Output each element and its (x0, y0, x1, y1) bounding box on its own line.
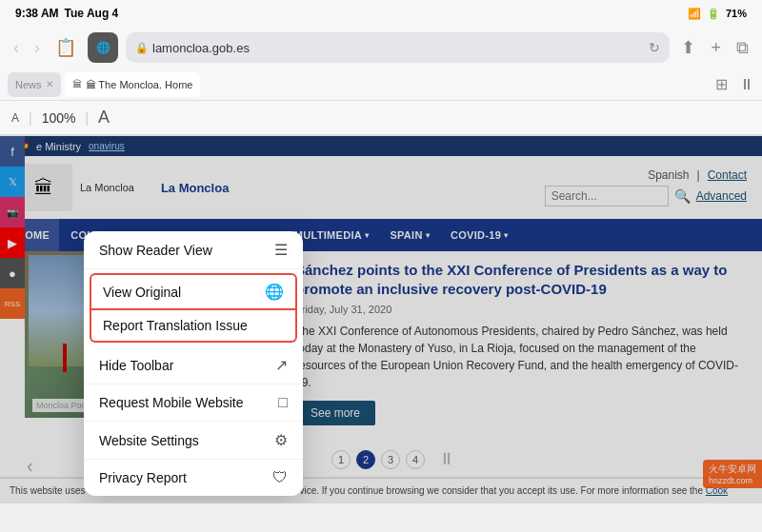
website-settings-icon: ⚙ (274, 431, 288, 449)
font-large-a[interactable]: A (98, 108, 110, 128)
browser-toolbar: ‹ › 📋 🌐 🔒 lamoncloa.gob.es ↻ ⬆ + ⧉ (0, 27, 762, 69)
forward-button[interactable]: › (30, 34, 44, 62)
share-button[interactable]: ⬆ (677, 33, 699, 62)
privacy-report-icon: 🛡 (272, 469, 288, 486)
translate-button[interactable]: 🌐 (88, 32, 118, 63)
reader-view-icon: ☰ (274, 241, 288, 259)
dropdown-menu: Show Reader View ☰ View Original 🌐 Repor… (84, 231, 303, 496)
tabs-bar: News ✕ 🏛 🏛 The Moncloa. Home ⊞ ⏸ (0, 69, 762, 101)
battery-icon: 🔋 (707, 8, 720, 20)
font-percent: 100% (42, 110, 76, 126)
grid-icon[interactable]: ⊞ (715, 75, 728, 93)
website-container: 🇪🇸 e Ministry onavirus 🏛 La Moncloa La M… (0, 136, 762, 503)
request-mobile-item[interactable]: Request Mobile Website □ (84, 384, 303, 422)
tab-news-label: News (15, 79, 42, 90)
browser-chrome: ‹ › 📋 🌐 🔒 lamoncloa.gob.es ↻ ⬆ + ⧉ News … (0, 27, 762, 136)
url-text: lamoncloa.gob.es (152, 41, 250, 55)
privacy-report-label: Privacy Report (99, 470, 187, 485)
report-issue-item[interactable]: Report Translation Issue (90, 310, 297, 343)
website-settings-item[interactable]: Website Settings ⚙ (84, 422, 303, 460)
show-reader-view-item[interactable]: Show Reader View ☰ (84, 231, 303, 269)
url-bar[interactable]: 🔒 lamoncloa.gob.es ↻ (126, 32, 670, 63)
battery-pct: 71% (726, 8, 747, 19)
back-button[interactable]: ‹ (10, 34, 23, 62)
tab-moncloa-favicon: 🏛 (72, 79, 82, 89)
request-mobile-icon: □ (278, 394, 288, 411)
status-icons: 📶 🔋 71% (688, 8, 747, 20)
pause-icon[interactable]: ⏸ (739, 76, 754, 93)
add-tab-button[interactable]: + (707, 34, 725, 62)
website-settings-label: Website Settings (99, 433, 199, 448)
view-original-item[interactable]: View Original 🌐 (90, 273, 297, 310)
translate-icon: 🌐 (96, 41, 110, 54)
show-reader-view-label: Show Reader View (99, 243, 212, 258)
hide-toolbar-label: Hide Toolbar (99, 358, 173, 373)
toolbar-icons: ⊞ ⏸ (715, 75, 754, 93)
font-small-a[interactable]: A (11, 111, 19, 125)
reload-button[interactable]: ↻ (649, 40, 660, 55)
bookmark-button[interactable]: 📋 (51, 33, 80, 62)
bookmark-icon: 📋 (55, 37, 76, 58)
view-original-icon: 🌐 (265, 283, 284, 301)
hide-toolbar-icon: ↗ (275, 356, 288, 374)
lock-icon: 🔒 (135, 42, 149, 54)
privacy-report-item[interactable]: Privacy Report 🛡 (84, 460, 303, 496)
tab-moncloa[interactable]: 🏛 🏛 The Moncloa. Home (65, 72, 201, 97)
tab-news[interactable]: News ✕ (8, 72, 61, 97)
report-issue-label: Report Translation Issue (103, 318, 248, 333)
translation-toolbar: A | 100% | A (0, 101, 762, 135)
view-original-label: View Original (103, 285, 181, 300)
date: Tue Aug 4 (65, 7, 119, 20)
status-bar: 9:38 AM Tue Aug 4 📶 🔋 71% (0, 0, 762, 27)
request-mobile-label: Request Mobile Website (99, 395, 243, 410)
tabs-button[interactable]: ⧉ (732, 34, 752, 62)
tab-news-close[interactable]: ✕ (46, 79, 53, 89)
hide-toolbar-item[interactable]: Hide Toolbar ↗ (84, 346, 303, 384)
wifi-icon: 📶 (688, 8, 701, 20)
status-time-area: 9:38 AM Tue Aug 4 (15, 7, 118, 20)
time: 9:38 AM (15, 7, 59, 20)
tab-moncloa-label: 🏛 The Moncloa. Home (86, 79, 193, 90)
